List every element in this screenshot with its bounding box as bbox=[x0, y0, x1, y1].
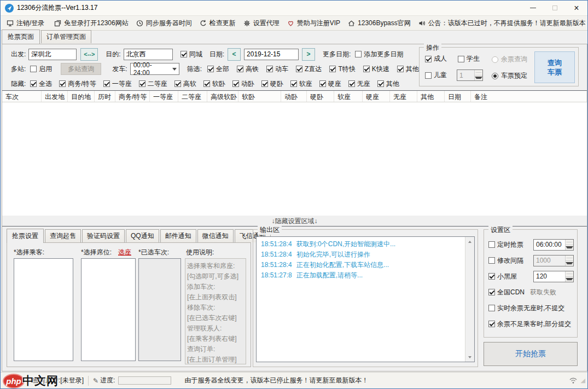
filter-z-checkbox[interactable]: Z直达 bbox=[296, 65, 322, 74]
scroll-down-icon[interactable] bbox=[465, 352, 474, 362]
spinner-down-icon[interactable] bbox=[566, 245, 573, 250]
col-business[interactable]: 商务/特等 bbox=[115, 91, 150, 102]
hide-business-checkbox[interactable]: 商务/特等 bbox=[59, 79, 96, 89]
tab-sale-query[interactable]: 查询起售 bbox=[45, 229, 81, 242]
col-other[interactable]: 其他 bbox=[417, 91, 445, 102]
filter-other-checkbox[interactable]: 其他 bbox=[397, 65, 419, 74]
spinner-down-icon[interactable] bbox=[566, 277, 573, 282]
toolbar-check-update[interactable]: 检查更新 bbox=[196, 17, 240, 29]
seat-listbox[interactable] bbox=[81, 258, 136, 361]
toolbar-logout-login[interactable]: 注销/登录 bbox=[3, 17, 48, 29]
hide-gaoruan-checkbox[interactable]: 高软 bbox=[174, 79, 196, 89]
partial-submit-checkbox[interactable]: 余票不足乘客时,部分提交 bbox=[488, 320, 571, 329]
query-row-2: 多站: 启用 多站查询 发车: 00:00-24:00 筛选: 全部 高铁 动车… bbox=[11, 62, 419, 76]
log-line: 18:51:27:8正在加载配置,请稍等... bbox=[261, 270, 464, 281]
query-tickets-button[interactable]: 查询 车票 bbox=[534, 51, 575, 83]
date-input[interactable] bbox=[244, 49, 299, 60]
blackroom-spinner[interactable]: 120 bbox=[533, 271, 574, 282]
timed-grab-checkbox[interactable]: 定时抢票 bbox=[488, 240, 523, 249]
col-no-seat[interactable]: 无座 bbox=[390, 91, 417, 102]
hide-first-checkbox[interactable]: 一等座 bbox=[103, 79, 132, 89]
scroll-up-icon[interactable] bbox=[465, 237, 474, 246]
filter-k-checkbox[interactable]: K快速 bbox=[363, 65, 389, 74]
interval-checkbox[interactable]: 修改间隔 bbox=[488, 256, 523, 265]
filter-t-checkbox[interactable]: T特快 bbox=[329, 65, 355, 74]
destination-input[interactable] bbox=[124, 49, 173, 60]
hide-option-label: 硬座 bbox=[328, 79, 341, 89]
tab-grab-settings[interactable]: 抢票设置 bbox=[7, 229, 44, 243]
tab-ticket-page[interactable]: 抢票页面 bbox=[2, 30, 40, 44]
col-second[interactable]: 二等座 bbox=[178, 91, 207, 102]
blackroom-checkbox[interactable]: 小黑屋 bbox=[488, 272, 517, 281]
toolbar-donate-vip[interactable]: 赞助与注册VIP bbox=[283, 17, 344, 29]
hide-second-checkbox[interactable]: 二等座 bbox=[139, 79, 167, 89]
add-more-dates-checkbox[interactable]: 添加更多日期 bbox=[355, 50, 403, 59]
start-grab-button[interactable]: 开始抢票 bbox=[484, 342, 578, 366]
same-city-checkbox[interactable]: 同城 bbox=[181, 50, 202, 59]
toolbar-sync-time[interactable]: 同步服务器时间 bbox=[132, 17, 196, 29]
col-remark[interactable]: 备注 bbox=[471, 91, 587, 102]
hide-ruanwo-checkbox[interactable]: 软卧 bbox=[203, 79, 225, 89]
partial-submit-row: 余票不足乘客时,部分提交 bbox=[488, 318, 574, 330]
maximize-button[interactable] bbox=[544, 1, 566, 15]
resize-grip-icon[interactable]: ◢ bbox=[581, 377, 585, 384]
col-first[interactable]: 一等座 bbox=[150, 91, 178, 102]
hide-dongwo-checkbox[interactable]: 动卧 bbox=[232, 79, 254, 89]
next-date-button[interactable]: > bbox=[302, 48, 315, 61]
clock-icon bbox=[136, 20, 143, 27]
toolbar-official-site[interactable]: 12306Bypass官网 bbox=[344, 17, 415, 29]
timed-grab-spinner[interactable]: 06:00:00 bbox=[533, 239, 574, 251]
hide-yingzuo-checkbox[interactable]: 硬座 bbox=[319, 79, 341, 89]
filter-gaotie-checkbox[interactable]: 高铁 bbox=[237, 65, 259, 74]
minimize-button[interactable] bbox=[522, 1, 544, 15]
depart-input[interactable] bbox=[28, 49, 77, 60]
adult-checkbox[interactable]: 成人 bbox=[425, 54, 447, 63]
swap-stations-button[interactable]: <--> bbox=[80, 48, 98, 61]
tab-order-management[interactable]: 订单管理页面 bbox=[41, 30, 91, 43]
refresh-icon bbox=[200, 20, 207, 27]
col-soft-seat[interactable]: 软座 bbox=[334, 91, 363, 102]
toolbar-open-12306[interactable]: 免登录打开12306网站 bbox=[50, 17, 132, 29]
hide-other-checkbox[interactable]: 其他 bbox=[377, 79, 399, 89]
col-hard-seat[interactable]: 硬座 bbox=[363, 91, 390, 102]
hide-ruanzuo-checkbox[interactable]: 软座 bbox=[290, 79, 312, 89]
child-checkbox[interactable]: 儿童 bbox=[425, 71, 447, 80]
toolbar-set-proxy[interactable]: 设置代理 bbox=[240, 17, 283, 29]
col-from[interactable]: 出发地 bbox=[42, 91, 68, 102]
tab-wechat-notify[interactable]: 微信通知 bbox=[197, 229, 234, 242]
selected-trains-listbox[interactable] bbox=[138, 258, 181, 361]
seat-select-link[interactable]: 选座 bbox=[118, 248, 131, 257]
hide-wuzuo-checkbox[interactable]: 无座 bbox=[348, 79, 370, 89]
hide-yingwo-checkbox[interactable]: 硬卧 bbox=[261, 79, 283, 89]
time-range-select[interactable]: 00:00-24:00 bbox=[130, 63, 179, 75]
ticket-book-radio[interactable]: 车票预定 bbox=[492, 71, 527, 80]
tab-captcha-settings[interactable]: 验证码设置 bbox=[82, 229, 125, 242]
filter-all-checkbox[interactable]: 全部 bbox=[207, 65, 229, 74]
col-emu-sleep[interactable]: 动卧 bbox=[281, 91, 307, 102]
no-seat-checkbox[interactable]: 实时余票无座时,不提交 bbox=[488, 304, 564, 313]
toolbar-label: 注销/登录 bbox=[16, 19, 44, 28]
checkbox-icon bbox=[296, 66, 302, 72]
col-soft-sleep[interactable]: 软卧 bbox=[238, 91, 281, 102]
spinner-up-icon[interactable] bbox=[566, 240, 573, 245]
col-train-no[interactable]: 车次 bbox=[2, 91, 42, 102]
col-duration[interactable]: 历时 bbox=[95, 91, 115, 102]
tab-email-notify[interactable]: 邮件通知 bbox=[160, 229, 196, 242]
interval-label: 修改间隔 bbox=[497, 256, 523, 265]
filter-dongche-checkbox[interactable]: 动车 bbox=[266, 65, 288, 74]
col-deluxe[interactable]: 高级软卧 bbox=[207, 91, 238, 102]
col-to[interactable]: 目的地 bbox=[68, 91, 95, 102]
enable-multi-checkbox[interactable]: 启用 bbox=[30, 65, 52, 74]
prev-date-button[interactable]: < bbox=[228, 48, 241, 61]
student-checkbox[interactable]: 学生 bbox=[458, 54, 480, 63]
output-scrollbar[interactable] bbox=[465, 237, 474, 362]
hide-all-checkbox[interactable]: 全选 bbox=[30, 79, 52, 89]
close-button[interactable]: × bbox=[566, 1, 587, 15]
train-list-body[interactable] bbox=[2, 102, 587, 216]
tab-qq-notify[interactable]: QQ通知 bbox=[126, 229, 159, 242]
col-hard-sleep[interactable]: 硬卧 bbox=[307, 91, 334, 102]
cdn-checkbox[interactable]: 全国CDN bbox=[488, 288, 525, 297]
passenger-listbox[interactable] bbox=[14, 258, 73, 361]
col-date[interactable]: 日期 bbox=[445, 91, 471, 102]
spinner-up-icon[interactable] bbox=[566, 271, 573, 277]
